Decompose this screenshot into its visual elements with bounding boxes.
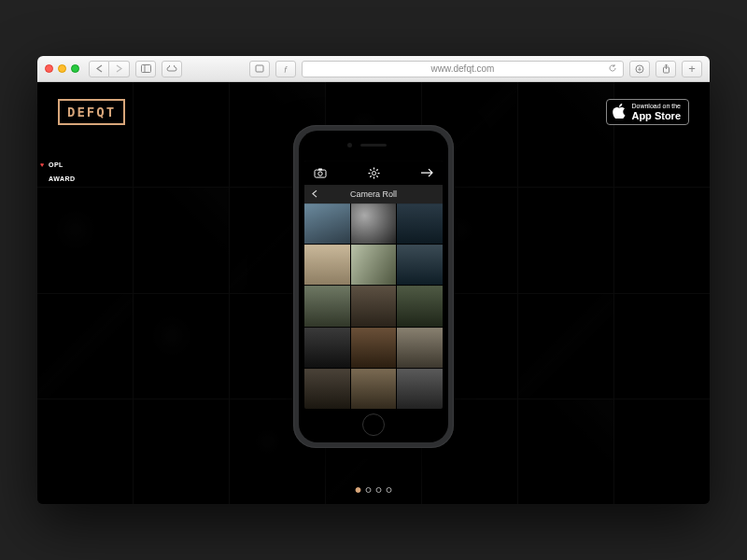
thumbnail[interactable] <box>397 286 443 326</box>
thumbnail[interactable] <box>397 369 443 409</box>
thumbnail[interactable] <box>304 328 350 368</box>
svg-line-16 <box>370 175 371 176</box>
app-store-badge[interactable]: Download on the App Store <box>606 99 689 125</box>
flex-button[interactable] <box>249 61 270 77</box>
phone-screen: Camera Roll <box>304 161 443 409</box>
nav-buttons <box>89 61 130 77</box>
address-bar[interactable]: www.defqt.com <box>302 61 624 77</box>
svg-rect-0 <box>141 65 150 73</box>
apple-icon <box>613 104 626 119</box>
share-button[interactable] <box>655 61 676 77</box>
thumbnail[interactable] <box>351 286 397 326</box>
thumbnail[interactable] <box>351 203 397 244</box>
camera-roll-title: Camera Roll <box>350 189 397 199</box>
thumbnail[interactable] <box>397 203 443 244</box>
badge-award[interactable]: AWARD <box>37 173 81 185</box>
back-button[interactable] <box>89 61 109 77</box>
svg-line-14 <box>376 175 377 176</box>
arrow-right-icon[interactable] <box>420 168 433 177</box>
svg-line-13 <box>370 169 371 170</box>
phone-camera <box>347 143 352 147</box>
pager-dot-3[interactable] <box>376 487 382 493</box>
window-controls <box>45 64 79 73</box>
svg-line-15 <box>376 169 377 170</box>
page-content: DEFQT Download on the App Store OPL AWAR… <box>37 82 710 504</box>
camera-icon[interactable] <box>314 168 327 178</box>
reader-button[interactable]: ƒ <box>275 61 296 77</box>
thumbnail[interactable] <box>351 328 397 368</box>
browser-window: ƒ www.defqt.com + DEFQT Download on the … <box>37 56 710 504</box>
svg-point-6 <box>318 171 322 175</box>
appstore-small-text: Download on the <box>631 103 681 109</box>
thumbnail[interactable] <box>304 286 350 326</box>
svg-rect-7 <box>318 168 322 170</box>
thumbnail[interactable] <box>304 245 350 285</box>
svg-point-8 <box>372 171 375 175</box>
url-text: www.defqt.com <box>431 63 495 74</box>
chevron-left-icon <box>312 189 317 200</box>
thumbnail[interactable] <box>351 369 397 409</box>
new-tab-button[interactable]: + <box>682 61 702 77</box>
pager-dot-2[interactable] <box>366 487 372 493</box>
thumbnail[interactable] <box>351 245 397 285</box>
svg-rect-2 <box>256 65 263 72</box>
app-toolbar <box>304 161 443 185</box>
minimize-window-button[interactable] <box>58 64 66 73</box>
brand-logo[interactable]: DEFQT <box>58 99 125 125</box>
browser-toolbar: ƒ www.defqt.com + <box>37 56 710 82</box>
gear-icon[interactable] <box>368 167 380 179</box>
app-subheader[interactable]: Camera Roll <box>304 185 443 203</box>
icloud-tabs-button[interactable] <box>162 61 182 77</box>
appstore-big-text: App Store <box>631 110 681 121</box>
sidebar-button[interactable] <box>135 61 156 77</box>
maximize-window-button[interactable] <box>71 64 79 73</box>
svg-rect-5 <box>315 170 326 177</box>
home-button[interactable] <box>362 413 385 436</box>
phone-mockup: Camera Roll <box>293 125 454 448</box>
reload-icon[interactable] <box>608 63 617 75</box>
thumbnail[interactable] <box>397 328 443 368</box>
close-window-button[interactable] <box>45 64 53 73</box>
phone-speaker <box>360 144 387 147</box>
badge-opl[interactable]: OPL <box>37 159 81 171</box>
pager-dot-4[interactable] <box>387 487 392 493</box>
downloads-button[interactable] <box>629 61 650 77</box>
carousel-pager <box>356 487 392 493</box>
thumbnail[interactable] <box>304 369 350 409</box>
award-badges: OPL AWARD <box>37 159 81 185</box>
forward-button[interactable] <box>109 61 130 77</box>
thumbnail[interactable] <box>304 203 350 244</box>
photo-grid[interactable] <box>304 203 443 409</box>
pager-dot-1[interactable] <box>356 487 361 493</box>
thumbnail[interactable] <box>397 245 443 285</box>
